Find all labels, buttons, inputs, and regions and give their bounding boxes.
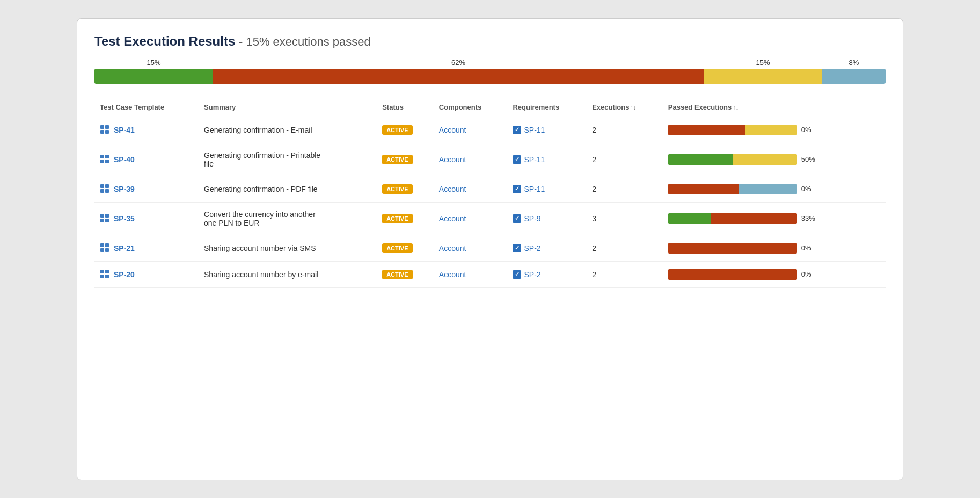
svg-rect-11 bbox=[105, 189, 109, 193]
svg-rect-9 bbox=[105, 184, 109, 188]
passed-pct-label: 0% bbox=[801, 185, 818, 193]
exec-bar bbox=[668, 269, 797, 280]
svg-rect-20 bbox=[100, 270, 104, 273]
col-header-summary: Summary bbox=[199, 99, 377, 117]
cell-executions-SP-40: 2 bbox=[587, 143, 663, 176]
req-checkbox bbox=[513, 244, 521, 252]
col-header-req: Requirements bbox=[507, 99, 587, 117]
test-id-label: SP-39 bbox=[114, 185, 135, 193]
exec-bar-container: 0% bbox=[668, 184, 880, 194]
cell-status-SP-41: ACTIVE bbox=[377, 117, 434, 143]
cell-template-SP-35: SP-35 bbox=[94, 202, 199, 235]
table-row: SP-40Generating confirmation - Printable… bbox=[94, 143, 886, 176]
exec-bar bbox=[668, 154, 797, 165]
cell-passed-SP-41: 0% bbox=[663, 117, 886, 143]
cell-template-SP-40: SP-40 bbox=[94, 143, 199, 176]
results-table: Test Case TemplateSummaryStatusComponent… bbox=[94, 99, 886, 288]
summary-text: Generating confirmation - Printable file bbox=[204, 151, 322, 168]
progress-label-62%: 62% bbox=[213, 59, 704, 67]
req-link[interactable]: SP-9 bbox=[524, 214, 540, 223]
svg-rect-3 bbox=[105, 130, 109, 134]
test-id-link-SP-21[interactable]: SP-21 bbox=[100, 243, 193, 254]
exec-count: 2 bbox=[592, 126, 596, 134]
req-cell: SP-2 bbox=[513, 244, 581, 252]
exec-bar-container: 0% bbox=[668, 269, 880, 280]
test-id-label: SP-21 bbox=[114, 244, 135, 252]
status-badge: ACTIVE bbox=[382, 184, 412, 194]
cell-status-SP-39: ACTIVE bbox=[377, 176, 434, 202]
component-link[interactable]: Account bbox=[439, 185, 466, 193]
title-text: Test Execution Results bbox=[94, 34, 235, 48]
svg-rect-16 bbox=[100, 243, 104, 247]
req-checkbox bbox=[513, 214, 521, 223]
svg-rect-21 bbox=[105, 270, 109, 273]
exec-bar-container: 0% bbox=[668, 125, 880, 135]
cell-template-SP-41: SP-41 bbox=[94, 117, 199, 143]
cell-status-SP-35: ACTIVE bbox=[377, 202, 434, 235]
req-link[interactable]: SP-2 bbox=[524, 244, 540, 252]
page-title: Test Execution Results - 15% executions … bbox=[94, 34, 886, 49]
svg-rect-12 bbox=[100, 214, 104, 218]
exec-bar-segment bbox=[668, 184, 739, 194]
req-cell: SP-11 bbox=[513, 126, 581, 134]
passed-pct-label: 33% bbox=[801, 214, 818, 222]
table-body: SP-41Generating confirmation - E-mailACT… bbox=[94, 117, 886, 287]
table-row: SP-41Generating confirmation - E-mailACT… bbox=[94, 117, 886, 143]
exec-count: 2 bbox=[592, 270, 596, 279]
cell-summary-SP-40: Generating confirmation - Printable file bbox=[199, 143, 377, 176]
svg-rect-17 bbox=[105, 243, 109, 247]
component-link[interactable]: Account bbox=[439, 270, 466, 279]
table-row: SP-21Sharing account number via SMSACTIV… bbox=[94, 235, 886, 261]
component-link[interactable]: Account bbox=[439, 244, 466, 252]
exec-bar-segment bbox=[733, 154, 797, 165]
sort-icon-exec[interactable]: ↑↓ bbox=[630, 104, 636, 111]
passed-pct-label: 0% bbox=[801, 270, 818, 278]
svg-rect-2 bbox=[100, 130, 104, 134]
cell-passed-SP-39: 0% bbox=[663, 176, 886, 202]
req-cell: SP-2 bbox=[513, 270, 581, 279]
test-id-link-SP-40[interactable]: SP-40 bbox=[100, 154, 193, 165]
col-header-passed[interactable]: Passed Executions↑↓ bbox=[663, 99, 886, 117]
component-link[interactable]: Account bbox=[439, 155, 466, 164]
col-header-template: Test Case Template bbox=[94, 99, 199, 117]
req-cell: SP-11 bbox=[513, 155, 581, 164]
cell-status-SP-40: ACTIVE bbox=[377, 143, 434, 176]
svg-rect-14 bbox=[100, 219, 104, 222]
progress-label-8%: 8% bbox=[822, 59, 886, 67]
test-id-link-SP-35[interactable]: SP-35 bbox=[100, 213, 193, 224]
svg-rect-0 bbox=[100, 125, 104, 129]
summary-text: Sharing account number by e-mail bbox=[204, 270, 322, 279]
svg-rect-15 bbox=[105, 219, 109, 222]
progress-segment bbox=[822, 69, 886, 84]
test-id-label: SP-41 bbox=[114, 126, 135, 134]
cell-summary-SP-35: Convert the currency into another one PL… bbox=[199, 202, 377, 235]
status-badge: ACTIVE bbox=[382, 270, 412, 279]
req-link[interactable]: SP-11 bbox=[524, 155, 545, 164]
req-checkbox bbox=[513, 185, 521, 193]
subtitle-text: - 15% executions passed bbox=[239, 35, 371, 48]
exec-bar-segment bbox=[668, 125, 745, 135]
sort-icon-passed[interactable]: ↑↓ bbox=[733, 104, 738, 111]
cell-executions-SP-41: 2 bbox=[587, 117, 663, 143]
progress-label-15%: 15% bbox=[704, 59, 822, 67]
cell-passed-SP-21: 0% bbox=[663, 235, 886, 261]
req-link[interactable]: SP-11 bbox=[524, 126, 545, 134]
req-link[interactable]: SP-11 bbox=[524, 185, 545, 193]
test-id-link-SP-41[interactable]: SP-41 bbox=[100, 125, 193, 135]
svg-rect-7 bbox=[105, 160, 109, 163]
test-id-link-SP-39[interactable]: SP-39 bbox=[100, 184, 193, 194]
status-badge: ACTIVE bbox=[382, 155, 412, 164]
req-checkbox bbox=[513, 155, 521, 164]
test-id-link-SP-20[interactable]: SP-20 bbox=[100, 269, 193, 280]
exec-bar bbox=[668, 125, 797, 135]
component-link[interactable]: Account bbox=[439, 126, 466, 134]
svg-rect-4 bbox=[100, 155, 104, 158]
component-link[interactable]: Account bbox=[439, 214, 466, 223]
test-id-label: SP-35 bbox=[114, 214, 135, 223]
svg-rect-23 bbox=[105, 275, 109, 278]
req-checkbox bbox=[513, 270, 521, 279]
exec-bar-container: 50% bbox=[668, 154, 880, 165]
req-link[interactable]: SP-2 bbox=[524, 270, 540, 279]
col-header-exec[interactable]: Executions↑↓ bbox=[587, 99, 663, 117]
exec-bar-segment bbox=[739, 184, 797, 194]
